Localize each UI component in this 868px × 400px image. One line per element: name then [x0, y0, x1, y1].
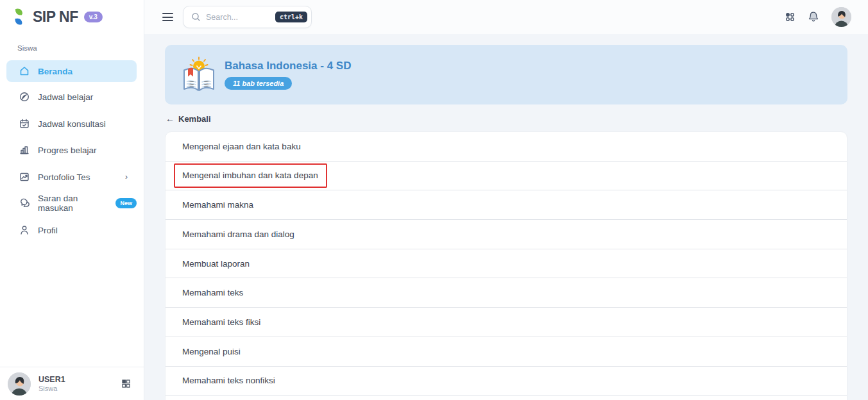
user-name: USER1 — [38, 375, 65, 384]
search-box[interactable]: ctrl+k — [183, 6, 312, 28]
sidebar-item-label: Saran dan masukan — [38, 194, 105, 213]
notifications-bell-icon[interactable] — [808, 11, 819, 23]
brand-name: SIP NF — [33, 8, 78, 26]
user-avatar — [8, 372, 31, 396]
new-badge: New — [115, 198, 137, 208]
chapter-label: Memahami makna — [182, 200, 253, 210]
sidebar-item-beranda[interactable]: Beranda — [6, 60, 137, 82]
user-icon — [19, 225, 30, 235]
keyboard-shortcut-badge: ctrl+k — [275, 12, 307, 22]
back-link[interactable]: ← Kembali — [166, 113, 211, 124]
workspace-grid-icon[interactable] — [121, 379, 131, 388]
sidebar-item-label: Portofolio Tes — [38, 172, 90, 182]
bar-chart-icon — [19, 145, 30, 155]
main-area: ctrl+k — [144, 0, 868, 400]
chapter-label: Mengenal puisi — [182, 347, 241, 356]
trend-chart-icon — [19, 172, 30, 182]
chapter-row[interactable]: Memahami teks fiksi — [166, 308, 847, 337]
back-arrow-icon: ← — [166, 113, 174, 124]
chapter-list: Mengenal ejaan dan kata baku Mengenal im… — [165, 131, 847, 400]
chapter-row[interactable]: Memahami teks — [166, 278, 847, 308]
brand-logo[interactable]: SIP NF v.3 — [14, 7, 103, 26]
sidebar-item-label: Jadwal konsultasi — [38, 119, 106, 129]
chapter-label: Memahami teks fiksi — [182, 317, 260, 327]
user-role: Siswa — [38, 385, 65, 392]
chapter-row[interactable]: Mengenal ejaan dan kata baku — [166, 132, 847, 162]
chapter-row[interactable]: Memahami drama dan dialog — [166, 220, 847, 249]
leaf-logo-icon — [14, 7, 28, 26]
pen-circle-icon — [19, 92, 30, 102]
menu-toggle-icon[interactable] — [162, 13, 173, 21]
sidebar-item-profil[interactable]: Profil — [6, 219, 137, 241]
sidebar-item-progres-belajar[interactable]: Progres belajar — [6, 139, 137, 161]
course-title: Bahasa Indonesia - 4 SD — [225, 60, 351, 72]
apps-icon[interactable] — [785, 12, 796, 22]
chapter-label-highlighted: Mengenal imbuhan dan kata depan — [174, 163, 327, 188]
back-label: Kembali — [178, 114, 211, 124]
app-window: SIP NF v.3 Siswa Beranda Jadwal belajar … — [0, 0, 868, 400]
chapter-label: Membuat laporan — [182, 259, 250, 269]
chapter-row[interactable]: Membuat laporan — [166, 249, 847, 279]
sidebar-item-label: Beranda — [38, 67, 72, 76]
calendar-check-icon — [19, 119, 30, 129]
sidebar-item-saran-masukan[interactable]: Saran dan masukan New — [6, 192, 137, 214]
chapter-row[interactable]: Memahami teks nonfiksi — [166, 367, 847, 396]
sidebar-item-jadwal-konsultasi[interactable]: Jadwal konsultasi — [6, 113, 137, 135]
chapter-row[interactable]: Mengenal puisi — [166, 337, 847, 367]
chapter-row[interactable]: Memahami makna — [166, 190, 847, 220]
sidebar-item-portofolio-tes[interactable]: Portofolio Tes › — [6, 166, 137, 188]
book-lightbulb-icon — [182, 56, 216, 94]
chat-bubbles-icon — [19, 198, 30, 208]
sidebar-item-label: Progres belajar — [38, 146, 97, 155]
chapter-label: Memahami teks nonfiksi — [182, 376, 275, 385]
page-content: Bahasa Indonesia - 4 SD 11 bab tersedia … — [144, 45, 868, 400]
chevron-right-icon: › — [125, 172, 128, 181]
chapter-label: Memahami teks — [182, 288, 243, 297]
chapter-label: Memahami drama dan dialog — [182, 229, 294, 239]
sidebar-user-panel[interactable]: USER1 Siswa — [0, 367, 144, 400]
sidebar-item-label: Profil — [38, 226, 58, 235]
sidebar-section-label: Siswa — [17, 44, 37, 52]
search-icon — [191, 12, 201, 22]
course-header-card: Bahasa Indonesia - 4 SD 11 bab tersedia — [165, 45, 847, 104]
chapter-label: Mengenal ejaan dan kata baku — [182, 142, 301, 151]
chapter-count-badge: 11 bab tersedia — [225, 77, 292, 90]
sidebar-item-jadwal-belajar[interactable]: Jadwal belajar — [6, 86, 137, 108]
version-badge: v.3 — [84, 12, 103, 22]
profile-avatar[interactable] — [831, 7, 851, 27]
home-icon — [19, 66, 30, 76]
search-input[interactable] — [206, 13, 275, 22]
sidebar: SIP NF v.3 Siswa Beranda Jadwal belajar … — [0, 0, 144, 400]
chapter-row-highlighted[interactable]: Mengenal imbuhan dan kata depan — [166, 162, 847, 191]
topbar: ctrl+k — [144, 0, 868, 34]
sidebar-item-label: Jadwal belajar — [38, 92, 93, 102]
